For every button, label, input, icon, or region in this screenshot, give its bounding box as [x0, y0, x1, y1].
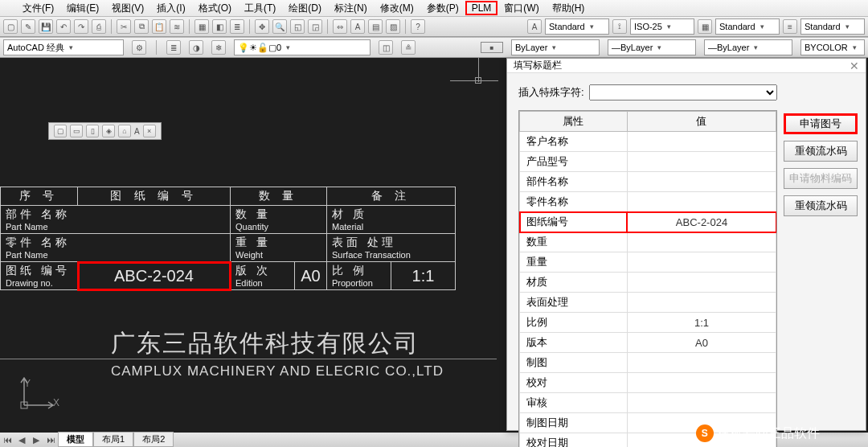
mlstyle-select[interactable]: Standard: [800, 18, 865, 35]
color-select[interactable]: ByLayer: [511, 39, 600, 55]
new-icon[interactable]: ▢: [3, 19, 18, 34]
prop-value[interactable]: [627, 152, 776, 172]
color-swatch[interactable]: ■: [481, 42, 503, 53]
cut-icon[interactable]: ✂: [117, 19, 131, 34]
menu-draw[interactable]: 绘图(D): [282, 0, 328, 17]
layer-icon[interactable]: ≣: [230, 19, 244, 34]
dimstyle-icon[interactable]: ⟟: [612, 19, 627, 34]
ws-gear-icon[interactable]: ⚙: [132, 40, 146, 55]
menu-help[interactable]: 帮助(H): [546, 0, 592, 17]
menu-plm[interactable]: PLM: [465, 1, 498, 15]
prop-value[interactable]: [627, 252, 776, 273]
table-icon[interactable]: ▤: [368, 19, 383, 34]
menu-format[interactable]: 格式(O): [192, 0, 238, 17]
match-icon[interactable]: ≋: [170, 19, 184, 34]
prop-row[interactable]: 客户名称: [520, 132, 776, 152]
undo-icon[interactable]: ↶: [56, 19, 71, 34]
tab-layout1[interactable]: 布局1: [93, 432, 133, 447]
mlstyle-icon[interactable]: ≡: [783, 19, 797, 34]
plotstyle-select[interactable]: BYCOLOR: [800, 39, 865, 55]
redo-icon[interactable]: ↷: [74, 19, 88, 34]
menu-window[interactable]: 窗口(W): [497, 0, 545, 17]
layermatch-icon[interactable]: ≗: [401, 40, 416, 55]
home-view-icon[interactable]: ⌂: [118, 125, 131, 137]
prop-value[interactable]: [627, 172, 776, 192]
prop-row[interactable]: 数重: [520, 232, 776, 252]
prop-row[interactable]: 图纸编号ABC-2-024: [520, 212, 776, 232]
print-icon[interactable]: ⎙: [92, 19, 106, 34]
prop-value[interactable]: [627, 373, 776, 393]
save-icon[interactable]: 💾: [39, 19, 53, 34]
layeriso-icon[interactable]: ◑: [189, 40, 203, 55]
prop-row[interactable]: 制图: [520, 353, 776, 373]
prop-value[interactable]: [627, 273, 776, 293]
tab-layout2[interactable]: 布局2: [133, 432, 174, 447]
block-icon[interactable]: ▦: [194, 19, 209, 34]
close-icon[interactable]: ✕: [850, 59, 859, 72]
hatch-icon[interactable]: ▨: [386, 19, 400, 34]
menu-dim[interactable]: 标注(N): [328, 0, 374, 17]
textstyle-select[interactable]: Standard: [545, 18, 609, 35]
zoomext-icon[interactable]: ◲: [308, 19, 322, 34]
insert-symbol-select[interactable]: [589, 84, 777, 100]
prop-row[interactable]: 版本A0: [520, 333, 776, 353]
prop-row[interactable]: 审核: [520, 393, 776, 413]
tab-prev-icon[interactable]: ◀: [14, 435, 29, 445]
prop-value[interactable]: A0: [627, 333, 776, 353]
prop-value[interactable]: [627, 192, 776, 212]
tab-model[interactable]: 模型: [58, 432, 93, 447]
prop-row[interactable]: 比例1:1: [520, 313, 776, 333]
prop-row[interactable]: 校对: [520, 373, 776, 393]
menu-file[interactable]: 文件(F): [16, 0, 60, 17]
prop-row[interactable]: 部件名称: [520, 172, 776, 192]
menu-param[interactable]: 参数(P): [420, 0, 465, 17]
menu-edit[interactable]: 编辑(E): [60, 0, 105, 17]
property-grid[interactable]: 属性 值 客户名称产品型号部件名称零件名称图纸编号ABC-2-024数重重量材质…: [518, 110, 777, 447]
top-view-icon[interactable]: ▢: [54, 125, 67, 137]
zoomwin-icon[interactable]: ◱: [290, 19, 305, 34]
copy-icon[interactable]: ⧉: [134, 19, 149, 34]
help-icon[interactable]: ?: [411, 19, 425, 34]
prop-value[interactable]: ABC-2-024: [627, 212, 776, 232]
zoom-icon[interactable]: 🔍: [272, 19, 287, 34]
prop-value[interactable]: [627, 393, 776, 413]
menu-tools[interactable]: 工具(T): [238, 0, 282, 17]
side-button[interactable]: 申请图号: [784, 113, 858, 134]
workspace-select[interactable]: AutoCAD 经典: [3, 39, 124, 55]
prop-row[interactable]: 表面处理: [520, 293, 776, 313]
textstyle-icon[interactable]: A: [527, 19, 542, 34]
tablestyle-select[interactable]: Standard: [715, 18, 780, 35]
close-toolbar-icon[interactable]: ×: [143, 125, 156, 137]
dim-icon[interactable]: ⇔: [333, 19, 347, 34]
prop-row[interactable]: 材质: [520, 273, 776, 293]
lineweight-select[interactable]: — ByLayer: [704, 39, 792, 55]
layerfreeze-icon[interactable]: ❄: [211, 40, 226, 55]
open-icon[interactable]: ✎: [21, 19, 35, 34]
layerprop-icon[interactable]: ≣: [166, 40, 181, 55]
paste-icon[interactable]: 📋: [152, 19, 166, 34]
tablestyle-icon[interactable]: ▦: [698, 19, 712, 34]
tab-first-icon[interactable]: ⏮: [0, 435, 14, 445]
pan-icon[interactable]: ✥: [255, 19, 269, 34]
layer-select[interactable]: 💡☀🔓▢ 0: [234, 39, 371, 55]
iso-view-icon[interactable]: ◈: [102, 125, 115, 137]
menu-modify[interactable]: 修改(M): [374, 0, 420, 17]
text-icon[interactable]: A: [350, 19, 365, 34]
front-view-icon[interactable]: ▭: [70, 125, 83, 137]
dimstyle-select[interactable]: ISO-25: [630, 18, 694, 35]
prop-value[interactable]: [627, 232, 776, 252]
side-view-icon[interactable]: ▯: [86, 125, 99, 137]
prop-value[interactable]: 1:1: [627, 313, 776, 333]
menu-insert[interactable]: 插入(I): [150, 0, 191, 17]
menu-view[interactable]: 视图(V): [105, 0, 150, 17]
prop-row[interactable]: 重量: [520, 252, 776, 273]
xref-icon[interactable]: ◧: [212, 19, 227, 34]
side-button[interactable]: 重领流水码: [784, 141, 858, 162]
tab-last-icon[interactable]: ⏭: [43, 435, 58, 445]
prop-value[interactable]: [627, 353, 776, 373]
prop-value[interactable]: [627, 132, 776, 152]
prop-value[interactable]: [627, 293, 776, 313]
side-button[interactable]: 重领流水码: [784, 195, 858, 216]
tab-next-icon[interactable]: ▶: [29, 435, 43, 445]
linetype-select[interactable]: — ByLayer: [608, 39, 696, 55]
